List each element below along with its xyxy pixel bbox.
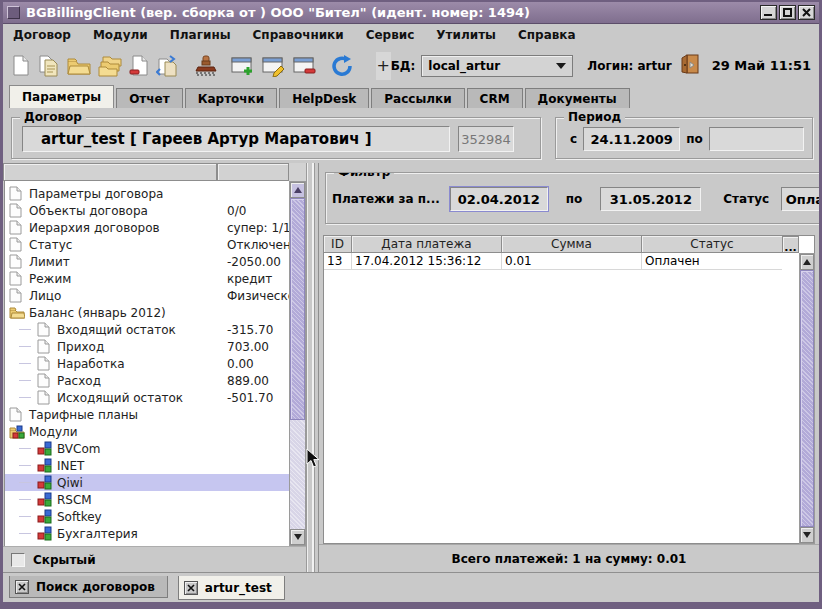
close-icon[interactable] xyxy=(184,581,198,595)
filter-date-to-field[interactable]: 31.05.2012 xyxy=(600,187,701,211)
scroll-up-icon[interactable] xyxy=(800,254,814,270)
minimize-button[interactable] xyxy=(760,5,777,20)
table-vertical-scrollbar[interactable] xyxy=(799,253,815,544)
menu-bar: Договор Модули Плагины Справочники Серви… xyxy=(3,24,819,46)
document-icon xyxy=(9,203,26,218)
column-header-id[interactable]: ID xyxy=(324,236,352,253)
column-header-status[interactable]: Статус xyxy=(642,236,782,253)
menu-dogovor[interactable]: Договор xyxy=(13,28,71,42)
window-edit-icon[interactable] xyxy=(262,54,286,78)
bottom-tab-search[interactable]: Поиск договоров xyxy=(9,576,168,598)
refresh-icon[interactable] xyxy=(331,54,355,78)
filter-date-from-field[interactable]: 02.04.2012 xyxy=(450,187,548,211)
tree-item[interactable]: ЛицоФизическое xyxy=(5,287,290,304)
tree-item-module[interactable]: Softkey xyxy=(5,508,290,525)
hidden-checkbox[interactable] xyxy=(11,553,25,567)
add-tab-button[interactable]: + xyxy=(376,52,391,80)
tab-otchet[interactable]: Отчет xyxy=(116,88,183,108)
tree-item-balance[interactable]: Баланс (январь 2012) xyxy=(5,304,290,321)
table-row[interactable]: 13 17.04.2012 15:36:12 0.01 Оплачен xyxy=(324,253,782,270)
stamp-icon[interactable] xyxy=(194,54,218,78)
bottom-tab-artur-test[interactable]: artur_test xyxy=(178,576,285,600)
table-more-button[interactable]: ... xyxy=(782,236,799,253)
tree-item[interactable]: Объекты договора0/0 xyxy=(5,202,290,219)
filter-status-field[interactable]: Оплаченны xyxy=(781,187,819,211)
period-group: Период с 24.11.2009 по xyxy=(555,117,813,159)
chevron-down-icon xyxy=(556,63,566,69)
window-add-icon[interactable] xyxy=(231,54,255,78)
scrollbar-track[interactable] xyxy=(290,420,305,529)
tree-item[interactable]: Лимит-2050.00 xyxy=(5,253,290,270)
menu-moduli[interactable]: Модули xyxy=(93,28,148,42)
new-document-icon[interactable] xyxy=(11,54,31,78)
tree-item[interactable]: СтатусОтключен xyxy=(5,236,290,253)
tree-item-module[interactable]: BVCom xyxy=(5,440,290,457)
tree-item[interactable]: Расход889.00 xyxy=(5,372,290,389)
menu-spravochniki[interactable]: Справочники xyxy=(253,28,344,42)
column-header-date[interactable]: Дата платежа xyxy=(352,236,502,253)
menu-servis[interactable]: Сервис xyxy=(366,28,415,42)
logout-door-icon[interactable] xyxy=(680,54,700,78)
scroll-down-icon[interactable] xyxy=(290,529,305,545)
tree-header-name-column[interactable] xyxy=(3,163,217,181)
tree-item-module[interactable]: Бухгалтерия xyxy=(5,525,290,542)
tree-item[interactable]: Исходящий остаток-501.70 xyxy=(5,389,290,406)
scrollbar-thumb[interactable] xyxy=(800,270,814,527)
module-icon xyxy=(37,492,54,507)
period-from-field[interactable]: 24.11.2009 xyxy=(583,127,680,151)
scrollbar-thumb[interactable] xyxy=(290,198,305,420)
open-folder-icon[interactable] xyxy=(67,54,91,78)
maximize-button[interactable] xyxy=(779,5,796,20)
cell-sum: 0.01 xyxy=(502,253,642,269)
tree-item-modules[interactable]: Модули xyxy=(5,423,290,440)
login-label: Логин: artur xyxy=(587,59,671,73)
tab-dokumenty[interactable]: Документы xyxy=(525,88,630,108)
paste-document-icon[interactable] xyxy=(156,54,180,78)
toolbar: + БД: local_artur Логин: artur 29 Май 11… xyxy=(3,46,819,85)
tree-header-corner xyxy=(289,163,306,181)
tree-item-module-selected[interactable]: Qiwi xyxy=(5,474,290,491)
copy-document-icon[interactable] xyxy=(38,54,60,78)
period-to-field[interactable] xyxy=(709,127,804,151)
panel-splitter[interactable] xyxy=(307,163,319,572)
contract-group: Договор artur_test [ Гареев Артур Марато… xyxy=(11,117,541,159)
tab-parametry[interactable]: Параметры xyxy=(9,85,114,108)
contract-title-field[interactable]: artur_test [ Гареев Артур Маратович ] xyxy=(22,126,450,152)
folder-stack-icon[interactable] xyxy=(98,54,122,78)
tree-header-value-column[interactable] xyxy=(217,163,289,181)
close-icon[interactable] xyxy=(15,580,29,594)
tree-header xyxy=(3,163,306,181)
tree-item[interactable]: Наработка0.00 xyxy=(5,355,290,372)
tab-helpdesk[interactable]: HelpDesk xyxy=(279,88,369,108)
tree-item[interactable]: Входящий остаток-315.70 xyxy=(5,321,290,338)
tab-crm[interactable]: CRM xyxy=(467,88,523,108)
menu-spravka[interactable]: Справка xyxy=(518,28,576,42)
tab-rassylki[interactable]: Рассылки xyxy=(371,88,464,108)
tree-item-module[interactable]: RSCM xyxy=(5,491,290,508)
window-remove-icon[interactable] xyxy=(293,54,317,78)
tree-vertical-scrollbar[interactable] xyxy=(289,181,306,546)
title-bar: BGBillingClient (вер. сборка от ) ООО "Б… xyxy=(3,2,819,24)
column-header-sum[interactable]: Сумма xyxy=(502,236,642,253)
menu-plaginy[interactable]: Плагины xyxy=(170,28,231,42)
open-folder-icon xyxy=(9,306,26,319)
db-select[interactable]: local_artur xyxy=(421,55,573,77)
close-button[interactable] xyxy=(798,5,815,20)
scroll-down-icon[interactable] xyxy=(800,527,814,543)
tree-item[interactable]: Параметры договора xyxy=(5,185,290,202)
filter-status-label: Статус xyxy=(723,192,769,206)
scroll-up-icon[interactable] xyxy=(290,182,305,198)
document-icon xyxy=(37,356,54,371)
payments-table: ID Дата платежа Сумма Статус ... 13 17.0… xyxy=(323,235,815,544)
tab-kartochki[interactable]: Карточки xyxy=(185,88,278,108)
tree-connector xyxy=(19,533,31,534)
remove-document-icon[interactable] xyxy=(129,54,149,78)
tree-item[interactable]: Тарифные планы xyxy=(5,406,290,423)
tree-item[interactable]: Приход703.00 xyxy=(5,338,290,355)
mouse-cursor xyxy=(306,448,320,473)
menu-utility[interactable]: Утилиты xyxy=(436,28,496,42)
tree-item[interactable]: Иерархия договоровсупер: 1/1 xyxy=(5,219,290,236)
tree-item-module[interactable]: INET xyxy=(5,457,290,474)
payments-panel: Фильтр Платежи за п... 02.04.2012 по 31.… xyxy=(319,163,819,572)
tree-item[interactable]: Режимкредит xyxy=(5,270,290,287)
